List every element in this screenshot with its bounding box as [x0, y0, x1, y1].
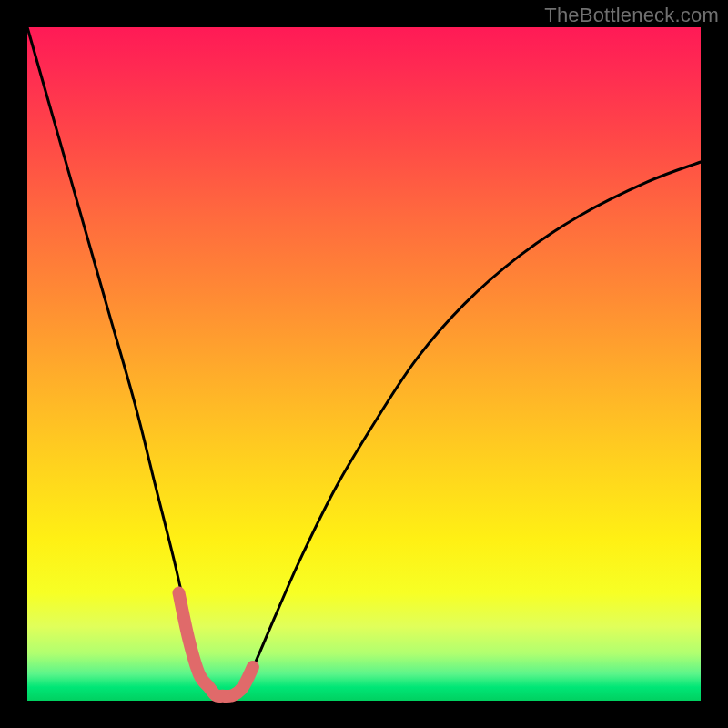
watermark-text: TheBottleneck.com [544, 4, 719, 27]
chart-frame: TheBottleneck.com [0, 0, 728, 728]
highlight-segment [179, 593, 253, 697]
bottleneck-curve [27, 27, 701, 696]
curve-layer [27, 27, 701, 701]
plot-area [27, 27, 701, 701]
